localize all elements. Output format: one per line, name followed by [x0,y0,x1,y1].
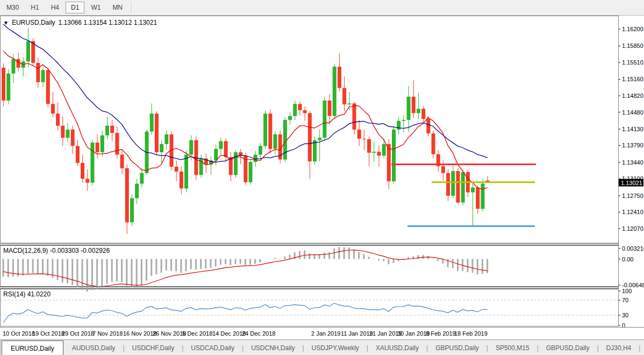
symbol-tab-usdchf-daily[interactable]: USDCHF,Daily [125,340,182,355]
rsi-name: RSI(14) [3,290,25,298]
price-axis-label: 1.15850 [622,42,643,49]
timeframe-button-mn[interactable]: MN [107,2,128,13]
macd-name: MACD(12,26,9) [3,247,48,254]
symbol-tab-eurusd-daily[interactable]: EURUSD,Daily [2,340,63,355]
terminal-window: M30H1H4D1W1MN 1.162001.158501.155101.151… [0,0,644,355]
rsi-axis-0: 0 [622,322,625,327]
price-axis-label: 1.12750 [622,193,643,199]
tabbar-edge [0,340,1,355]
price-axis-label: 1.12070 [622,225,643,232]
timeframe-toolbar: M30H1H4D1W1MN [0,0,644,16]
macd-axis-max: 0.003216 [622,245,644,252]
price-chart-svg[interactable]: 1.162001.158501.155101.151601.148201.144… [0,16,644,327]
date-tick-label: 11 Jan 2019 [341,330,373,337]
symbol-tab-audusd-daily[interactable]: AUDUSD,Daily [65,340,123,355]
price-axis-label: 1.14480 [622,109,643,116]
rsi-axis-30: 30 [622,312,628,318]
chart-ohlc-values: 1.13066 1.13154 1.13012 1.13021 [59,19,158,26]
price-axis-label: 1.12410 [622,209,643,215]
date-tick-label: 7 Nov 2018 [92,330,123,337]
price-axis-label: 1.13440 [622,159,643,166]
chart-symbol-label: EURUSD,Daily [12,19,55,26]
price-axis-label: 1.15510 [622,59,643,66]
date-tick-label: 26 Nov 2018 [153,330,186,337]
toolbar-separator [131,2,132,13]
price-axis-label: 1.13790 [622,142,643,148]
symbol-tab-bar: EURUSD,DailyAUDUSD,Daily|USDCHF,Daily|US… [0,339,644,355]
macd-axis-zero: 0.00 [622,256,633,262]
date-tick-label: 18 Feb 2019 [454,330,488,337]
symbol-tab-gbpusd-daily[interactable]: GBPUSD,Daily [428,340,486,355]
current-price-tag-text: 1.13021 [621,180,642,186]
timeframe-button-w1[interactable]: W1 [85,2,106,13]
date-tick-label: 14 Dec 2018 [212,330,246,337]
date-tick-label: 29 Oct 2018 [62,330,94,337]
symbol-tab-usdcad-daily[interactable]: USDCAD,Daily [183,340,242,355]
symbol-tab-sp500-m15[interactable]: SP500,M15 [488,340,537,355]
rsi-value: 41.0220 [27,290,51,298]
symbol-dropdown-icon[interactable]: ▼ [3,20,9,26]
price-axis-label: 1.14820 [622,93,643,99]
timeframe-button-h4[interactable]: H4 [46,2,65,13]
rsi-axis-70: 70 [622,297,628,303]
timeframe-button-h1[interactable]: H1 [25,2,44,13]
date-axis[interactable]: 10 Oct 201819 Oct 201829 Oct 20187 Nov 2… [0,327,644,340]
price-axis-label: 1.14130 [622,126,643,132]
chart-title: ▼ EURUSD,Daily 1.13066 1.13154 1.13012 1… [3,19,157,26]
date-tick-label: 5 Dec 2018 [182,330,212,337]
timeframe-button-d1[interactable]: D1 [66,2,84,13]
timeframe-button-m30[interactable]: M30 [1,2,24,13]
symbol-tab-tech100-[interactable]: TECH100, [640,340,644,355]
date-tick-label: 10 Oct 2018 [3,330,35,337]
date-tick-label: 16 Nov 2018 [123,330,156,337]
rsi-indicator-label: RSI(14) 41.0220 [3,290,51,298]
date-tick-label: 2 Jan 2019 [311,330,340,337]
date-tick-label: 19 Oct 2018 [32,330,65,337]
symbol-tab-usdjpy-weekly[interactable]: USDJPY,Weekly [304,340,367,355]
macd-indicator-label: MACD(12,26,9) -0.003303 -0.002926 [3,247,110,254]
rsi-axis-100: 100 [622,288,632,294]
symbol-tab-xauusd-daily[interactable]: XAUUSD,Daily [368,340,426,355]
price-axis-label: 1.15160 [622,76,643,82]
macd-values: -0.003303 -0.002926 [50,247,110,254]
symbol-tab-dj30-h4[interactable]: DJ30,H4 [599,340,639,355]
date-tick-label: 24 Dec 2018 [242,330,275,337]
date-tick-label: 8 Feb 2019 [426,330,456,337]
chart-window: 1.162001.158501.155101.151601.148201.144… [0,16,644,327]
symbol-tab-usdcnh-daily[interactable]: USDCNH,Daily [244,340,302,355]
date-tick-label: 30 Jan 2019 [397,330,430,337]
symbol-tab-gbpusd-daily[interactable]: GBPUSD,Daily [539,340,597,355]
price-axis-label: 1.16200 [622,26,643,32]
